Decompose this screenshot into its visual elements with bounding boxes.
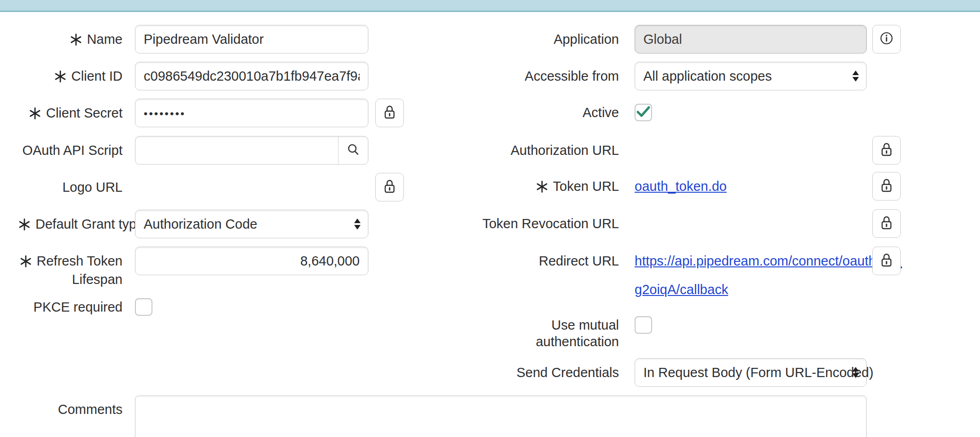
oauth-entity-form: { "header": { "bar_color": "#bcdbe4", "b… <box>0 0 980 437</box>
lock-icon <box>384 105 396 121</box>
use-mutual-authentication-label: Use mutualauthentication <box>479 317 619 350</box>
lock-icon <box>881 253 892 269</box>
required-icon <box>18 218 30 234</box>
token-url-label: Token URL <box>479 178 619 196</box>
default-grant-type-label: Default Grant type <box>18 216 122 234</box>
oauth-api-script-input[interactable] <box>135 136 338 164</box>
required-icon <box>54 70 66 86</box>
token-revocation-url-label: Token Revocation URL <box>479 215 619 232</box>
token-url-link[interactable]: oauth_token.do <box>635 178 727 195</box>
client-secret-input[interactable] <box>135 99 368 127</box>
send-credentials-select[interactable]: In Request Body (Form URL-Encoded) <box>635 358 867 387</box>
pkce-required-checkbox[interactable] <box>135 298 152 316</box>
lock-icon <box>384 179 396 195</box>
token-url-lock-button[interactable] <box>872 172 901 201</box>
checkmark-icon <box>635 103 652 122</box>
application-label: Application <box>479 31 619 47</box>
application-info-button[interactable] <box>872 25 901 53</box>
active-label: Active <box>479 104 619 121</box>
redirect-url-link[interactable]: https://api.pipedream.com/connect/oauth/… <box>635 253 902 269</box>
lock-icon <box>881 178 892 195</box>
name-label: Name <box>18 31 122 49</box>
logo-url-label: Logo URL <box>18 179 122 195</box>
client-secret-label: Client Secret <box>18 105 122 123</box>
default-grant-type-select[interactable]: Authorization Code <box>135 210 368 238</box>
oauth-api-script-search-button[interactable] <box>338 136 368 164</box>
redirect-url-link-line2[interactable]: g2oiqA/callback <box>635 281 728 298</box>
accessible-from-select[interactable]: All application scopes <box>635 62 867 90</box>
search-icon <box>347 143 359 157</box>
application-input <box>635 25 867 53</box>
required-icon <box>70 33 82 49</box>
select-stepper-icon <box>852 71 859 82</box>
comments-textarea[interactable] <box>135 396 867 437</box>
use-mutual-authentication-checkbox[interactable] <box>635 316 652 334</box>
select-stepper-icon <box>852 367 859 378</box>
name-input[interactable] <box>135 25 368 53</box>
refresh-token-lifespan-label: Refresh TokenLifespan <box>18 253 122 288</box>
comments-label: Comments <box>18 401 122 418</box>
oauth-api-script-lookup <box>135 136 368 165</box>
refresh-token-lifespan-input[interactable] <box>135 247 368 275</box>
select-stepper-icon <box>354 218 361 230</box>
oauth-api-script-label: OAuth API Script <box>18 142 122 159</box>
send-credentials-label: Send Credentials <box>479 364 619 381</box>
accessible-from-label: Accessible from <box>479 68 619 84</box>
redirect-url-lock-button[interactable] <box>872 247 901 275</box>
logo-url-lock-button[interactable] <box>375 173 404 201</box>
lock-icon <box>881 142 892 159</box>
token-revocation-url-lock-button[interactable] <box>872 209 901 238</box>
lock-icon <box>881 215 892 232</box>
required-icon <box>29 106 41 123</box>
client-id-input[interactable] <box>135 62 368 90</box>
client-secret-lock-button[interactable] <box>375 99 404 127</box>
required-icon <box>20 254 32 271</box>
pkce-required-label: PKCE required <box>18 299 122 315</box>
section-header-bar <box>0 0 980 12</box>
client-id-label: Client ID <box>18 68 122 86</box>
redirect-url-label: Redirect URL <box>479 253 619 269</box>
info-icon <box>880 32 893 47</box>
authorization-url-label: Authorization URL <box>479 142 619 159</box>
required-icon <box>536 180 548 196</box>
active-checkbox[interactable] <box>635 104 652 121</box>
authorization-url-lock-button[interactable] <box>872 136 901 165</box>
